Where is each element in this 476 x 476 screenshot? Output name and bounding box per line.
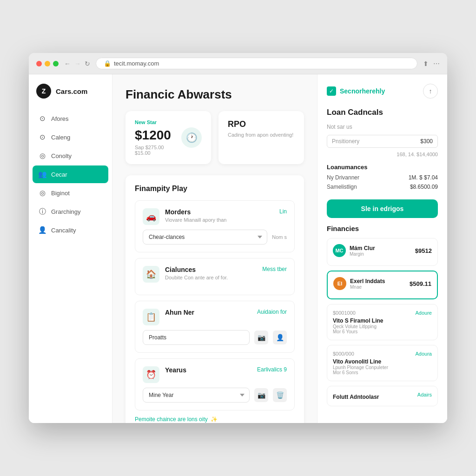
ahun-ner-action: Auidaion for [257, 309, 287, 315]
loan-section-title: Loan Cadncals [327, 108, 438, 117]
cancality-icon: 👤 [38, 226, 46, 234]
brand-name: Secnorherehly [340, 87, 385, 95]
url-text: tecit.momay.com [114, 60, 159, 67]
plan-item-ahun-ner: 📋 Ahun Ner Auidaion for 📷 👤 [135, 301, 295, 353]
forward-icon[interactable]: → [74, 60, 81, 67]
finance-amount: $509.11 [410, 280, 431, 287]
conolty-icon: ◎ [38, 152, 46, 160]
browser-toolbar: ← → ↻ 🔒 tecit.momay.com ⬆ ⋯ [29, 53, 447, 74]
samelistlign-value: $8.6500.09 [410, 184, 438, 190]
yearus-select[interactable]: Mine Year [143, 388, 250, 403]
finance-card-header: EI Exerl Inddats Mnae $509.11 [333, 277, 431, 290]
cialunces-action[interactable]: Mess tber [262, 266, 287, 272]
not-sar-us-row: Not sar us [327, 124, 438, 130]
financies-title: Financies [327, 225, 438, 232]
user-avatar: EI [333, 277, 346, 290]
back-icon[interactable]: ← [64, 60, 71, 67]
ahun-ner-camera-btn[interactable]: 📷 [254, 331, 268, 344]
line2-info: $000/000 Vito Avonolitl Line Lpunh Plona… [333, 351, 388, 375]
card-price: $1200 [135, 128, 171, 143]
adoure-button2[interactable]: Adoura [416, 351, 432, 357]
loanumances-title: Loanumances [327, 164, 438, 171]
cialunces-icon: 🏠 [143, 266, 159, 283]
hint-icon: ✨ [211, 416, 218, 423]
line-title: Folutt Adntoolasr [333, 394, 379, 400]
line-sub-title: Qeck Volute Litlpping [333, 324, 383, 329]
sidebar-item-cancality[interactable]: 👤 Cancality [33, 221, 108, 239]
line-title: Vito S Firamol Line [333, 317, 383, 324]
sidebar-item-caleng[interactable]: ⊙ Caleng [33, 128, 108, 146]
line-sub-title: Lpunh Plonage Conpuleter [333, 365, 388, 370]
rpo-card: RPO Cading from apon odventing! [218, 111, 304, 164]
line-sub2: Mor 6 Yours [333, 329, 383, 334]
finance-card-header: MC Mám Clur Margin $9512 [333, 244, 432, 257]
app-container: Z Cars.com ⊙ Afores ⊙ Caleng ◎ Conolty [29, 74, 447, 423]
ahun-ner-icon: 📋 [143, 309, 159, 325]
plan-item-cialunces: 🏠 Cialunces Doubite Con ante are of for.… [135, 258, 295, 295]
finance-card-main-clur: MC Mám Clur Margin $9512 [327, 238, 438, 266]
morders-select[interactable]: Chear-clances [143, 230, 267, 245]
finance-plan-title: Finampity Play [135, 185, 295, 193]
finance-card-meta: $000/000 Vito Avonolitl Line Lpunh Plona… [333, 351, 432, 375]
yearus-camera-btn[interactable]: 📷 [254, 388, 268, 402]
sidebar-logo: Z Cars.com [29, 84, 112, 110]
ahun-ner-user-btn[interactable]: 👤 [273, 331, 287, 344]
new-star-card: New Star $1200 Sap $275.00 $15.00 🕐 [126, 111, 211, 164]
sidebar-item-label: Cecar [51, 171, 67, 178]
top-cards: New Star $1200 Sap $275.00 $15.00 🕐 RPO … [126, 111, 304, 164]
card-info: New Star $1200 Sap $275.00 $15.00 [135, 119, 171, 156]
finance-user: MC Mám Clur Margin [333, 244, 375, 257]
refresh-icon[interactable]: ↻ [85, 60, 90, 67]
user-name: Exerl Inddats [350, 278, 385, 284]
share-button[interactable]: ↑ [423, 84, 438, 99]
dot-red[interactable] [36, 61, 42, 66]
address-bar[interactable]: 🔒 tecit.momay.com [96, 58, 417, 69]
more-icon[interactable]: ⋯ [433, 60, 440, 67]
plan-item-desc: Viovare Mianaill apory than [165, 217, 274, 223]
page-title: Financic Abwarsts [126, 87, 304, 102]
dot-green[interactable] [53, 61, 59, 66]
sidebar-item-afores[interactable]: ⊙ Afores [33, 110, 108, 127]
plan-item-morders: 🚗 Morders Viovare Mianaill apory than Li… [135, 200, 295, 252]
user-info: Exerl Inddats Mnae [350, 278, 385, 290]
sidebar-item-conolty[interactable]: ◎ Conolty [33, 147, 108, 165]
sidebar-item-label: Caleng [51, 134, 70, 141]
dot-yellow[interactable] [45, 61, 50, 66]
sidebar-item-grarchingy[interactable]: ⓘ Grarchingy [33, 203, 108, 220]
hint-text[interactable]: Pemoite chaince are lons oity ✨ [135, 416, 295, 423]
rpo-title: RPO [228, 119, 295, 129]
ahun-ner-input[interactable] [143, 330, 250, 345]
card-sub2: $15.00 [135, 150, 171, 156]
adoure-button1[interactable]: Adoure [416, 310, 432, 316]
plan-item-info: Cialunces Doubite Con ante are of for. [165, 266, 257, 280]
browser-actions: ⬆ ⋯ [423, 60, 440, 67]
adoure-button3[interactable]: Adairs [417, 392, 432, 397]
finance-card-line1: $0001000 Vito S Firamol Line Qeck Volute… [327, 304, 438, 340]
cta-button[interactable]: Sle in edrigos [327, 199, 438, 218]
browser-dots [36, 61, 59, 66]
browser-window: ← → ↻ 🔒 tecit.momay.com ⬆ ⋯ Z Cars.com ⊙ [29, 53, 447, 423]
financies-section: Financies MC Mám Clur Margin $9512 [327, 225, 438, 406]
user-avatar: MC [333, 244, 346, 257]
finance-card-meta: $0001000 Vito S Firamol Line Qeck Volute… [333, 310, 432, 334]
user-name: Mám Clur [350, 245, 375, 251]
finance-plan-section: Finampity Play 🚗 Morders Viovare Mianail… [126, 175, 304, 423]
rpo-desc: Cading from apon odventing! [228, 132, 295, 138]
plan-item-header: 📋 Ahun Ner Auidaion for [143, 309, 287, 325]
share-icon[interactable]: ⬆ [423, 60, 429, 67]
yearus-delete-btn[interactable]: 🗑️ [273, 388, 287, 402]
caleng-icon: ⊙ [38, 133, 46, 141]
drivanner-value: 1M. $ $7.04 [409, 174, 438, 181]
sidebar-item-biginot[interactable]: ◎ Biginot [33, 184, 108, 202]
biginot-icon: ◎ [38, 189, 46, 197]
sidebar-item-label: Biginot [51, 190, 70, 197]
plan-item-title: Morders [165, 208, 274, 216]
logo-icon: Z [36, 84, 51, 99]
sidebar-item-label: Conolty [51, 152, 72, 159]
yearus-icon: ⏰ [143, 366, 159, 383]
finance-card-meta: Folutt Adntoolasr Adairs [333, 392, 432, 400]
sidebar-item-cecar[interactable]: 👥 Cecar [33, 165, 108, 183]
plan-item-controls: 📷 👤 [143, 330, 287, 345]
plan-item-info: Ahun Ner [165, 309, 251, 317]
card-clock-icon: 🕐 [181, 127, 202, 148]
